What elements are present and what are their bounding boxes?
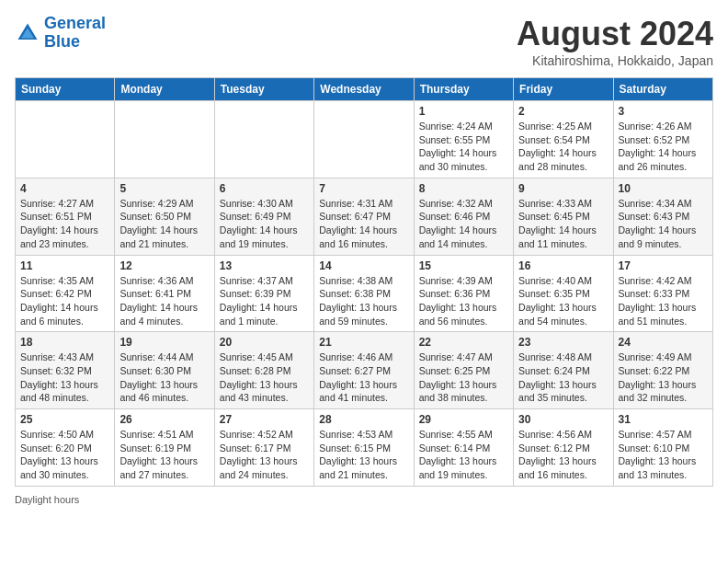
day-info: Sunrise: 4:33 AM Sunset: 6:45 PM Dayligh… [518,197,608,251]
day-info: Sunrise: 4:29 AM Sunset: 6:50 PM Dayligh… [119,197,209,251]
day-info: Sunrise: 4:57 AM Sunset: 6:10 PM Dayligh… [619,428,708,482]
footer-text: Daylight hours [15,494,79,505]
day-cell-33: 30Sunrise: 4:56 AM Sunset: 6:12 PM Dayli… [514,409,613,487]
day-info: Sunrise: 4:55 AM Sunset: 6:14 PM Dayligh… [419,428,508,482]
day-info: Sunrise: 4:52 AM Sunset: 6:17 PM Dayligh… [220,428,309,482]
day-info: Sunrise: 4:42 AM Sunset: 6:33 PM Dayligh… [619,274,708,328]
day-cell-15: 12Sunrise: 4:36 AM Sunset: 6:41 PM Dayli… [115,255,214,332]
day-cell-14: 11Sunrise: 4:35 AM Sunset: 6:42 PM Dayli… [16,255,115,332]
col-header-saturday: Saturday [613,78,712,101]
logo-line1: General [44,14,106,32]
logo: General Blue [15,15,106,52]
footer: Daylight hours [15,494,713,505]
day-number: 1 [419,105,508,118]
day-info: Sunrise: 4:44 AM Sunset: 6:30 PM Dayligh… [119,350,209,405]
day-info: Sunrise: 4:43 AM Sunset: 6:32 PM Dayligh… [20,350,109,405]
day-number: 18 [20,336,109,349]
day-cell-17: 14Sunrise: 4:38 AM Sunset: 6:38 PM Dayli… [314,255,414,332]
day-info: Sunrise: 4:47 AM Sunset: 6:25 PM Dayligh… [419,350,508,405]
month-title: August 2024 [517,15,713,53]
logo-line2: Blue [44,32,80,51]
day-cell-6: 3Sunrise: 4:26 AM Sunset: 6:52 PM Daylig… [613,101,712,178]
day-cell-10: 7Sunrise: 4:31 AM Sunset: 6:47 PM Daylig… [314,178,414,255]
day-number: 27 [220,413,309,426]
day-info: Sunrise: 4:46 AM Sunset: 6:27 PM Dayligh… [319,350,408,405]
day-cell-28: 25Sunrise: 4:50 AM Sunset: 6:20 PM Dayli… [16,409,115,487]
col-header-tuesday: Tuesday [214,78,313,101]
day-cell-9: 6Sunrise: 4:30 AM Sunset: 6:49 PM Daylig… [214,178,313,255]
day-info: Sunrise: 4:50 AM Sunset: 6:20 PM Dayligh… [20,428,109,482]
day-cell-32: 29Sunrise: 4:55 AM Sunset: 6:14 PM Dayli… [414,409,513,487]
day-number: 28 [319,413,408,426]
day-number: 12 [119,259,209,272]
week-row-3: 11Sunrise: 4:35 AM Sunset: 6:42 PM Dayli… [16,255,713,332]
day-cell-2 [214,101,313,178]
day-cell-12: 9Sunrise: 4:33 AM Sunset: 6:45 PM Daylig… [514,178,613,255]
logo-text: General Blue [44,15,106,52]
day-info: Sunrise: 4:40 AM Sunset: 6:35 PM Dayligh… [518,274,608,328]
day-cell-11: 8Sunrise: 4:32 AM Sunset: 6:46 PM Daylig… [414,178,513,255]
calendar-table: SundayMondayTuesdayWednesdayThursdayFrid… [15,77,713,487]
logo-icon [15,20,40,46]
day-number: 21 [319,336,408,349]
week-row-4: 18Sunrise: 4:43 AM Sunset: 6:32 PM Dayli… [16,332,713,409]
day-info: Sunrise: 4:36 AM Sunset: 6:41 PM Dayligh… [119,274,209,328]
day-number: 7 [319,182,408,195]
day-number: 9 [518,182,608,195]
day-cell-29: 26Sunrise: 4:51 AM Sunset: 6:19 PM Dayli… [115,409,214,487]
page-header: General Blue August 2024 Kitahiroshima, … [15,15,713,68]
day-number: 17 [619,259,708,272]
day-info: Sunrise: 4:34 AM Sunset: 6:43 PM Dayligh… [619,197,708,251]
day-cell-30: 27Sunrise: 4:52 AM Sunset: 6:17 PM Dayli… [214,409,313,487]
day-number: 2 [518,105,608,118]
day-cell-1 [115,101,214,178]
day-number: 30 [518,413,608,426]
col-header-wednesday: Wednesday [314,78,414,101]
day-cell-13: 10Sunrise: 4:34 AM Sunset: 6:43 PM Dayli… [613,178,712,255]
day-number: 29 [419,413,508,426]
col-header-monday: Monday [115,78,214,101]
day-number: 11 [20,259,109,272]
day-number: 15 [419,259,508,272]
day-cell-5: 2Sunrise: 4:25 AM Sunset: 6:54 PM Daylig… [514,101,613,178]
day-number: 5 [119,182,209,195]
day-cell-0 [16,101,115,178]
calendar-body: 1Sunrise: 4:24 AM Sunset: 6:55 PM Daylig… [16,101,713,487]
day-number: 4 [20,182,109,195]
day-info: Sunrise: 4:45 AM Sunset: 6:28 PM Dayligh… [220,350,309,405]
day-cell-19: 16Sunrise: 4:40 AM Sunset: 6:35 PM Dayli… [514,255,613,332]
day-info: Sunrise: 4:24 AM Sunset: 6:55 PM Dayligh… [419,120,508,174]
day-info: Sunrise: 4:37 AM Sunset: 6:39 PM Dayligh… [220,274,309,328]
location-subtitle: Kitahiroshima, Hokkaido, Japan [517,53,713,68]
day-cell-22: 19Sunrise: 4:44 AM Sunset: 6:30 PM Dayli… [115,332,214,409]
day-info: Sunrise: 4:48 AM Sunset: 6:24 PM Dayligh… [518,350,608,405]
day-info: Sunrise: 4:38 AM Sunset: 6:38 PM Dayligh… [319,274,408,328]
day-info: Sunrise: 4:39 AM Sunset: 6:36 PM Dayligh… [419,274,508,328]
day-number: 14 [319,259,408,272]
day-cell-25: 22Sunrise: 4:47 AM Sunset: 6:25 PM Dayli… [414,332,513,409]
day-cell-18: 15Sunrise: 4:39 AM Sunset: 6:36 PM Dayli… [414,255,513,332]
day-cell-20: 17Sunrise: 4:42 AM Sunset: 6:33 PM Dayli… [613,255,712,332]
day-cell-27: 24Sunrise: 4:49 AM Sunset: 6:22 PM Dayli… [613,332,712,409]
week-row-1: 1Sunrise: 4:24 AM Sunset: 6:55 PM Daylig… [16,101,713,178]
day-cell-8: 5Sunrise: 4:29 AM Sunset: 6:50 PM Daylig… [115,178,214,255]
day-number: 31 [619,413,708,426]
day-info: Sunrise: 4:35 AM Sunset: 6:42 PM Dayligh… [20,274,109,328]
day-info: Sunrise: 4:53 AM Sunset: 6:15 PM Dayligh… [319,428,408,482]
day-cell-3 [314,101,414,178]
day-cell-26: 23Sunrise: 4:48 AM Sunset: 6:24 PM Dayli… [514,332,613,409]
day-info: Sunrise: 4:27 AM Sunset: 6:51 PM Dayligh… [20,197,109,251]
day-number: 20 [220,336,309,349]
day-number: 26 [119,413,209,426]
day-number: 10 [619,182,708,195]
day-number: 23 [518,336,608,349]
day-number: 25 [20,413,109,426]
day-info: Sunrise: 4:25 AM Sunset: 6:54 PM Dayligh… [518,120,608,174]
day-cell-7: 4Sunrise: 4:27 AM Sunset: 6:51 PM Daylig… [16,178,115,255]
day-cell-4: 1Sunrise: 4:24 AM Sunset: 6:55 PM Daylig… [414,101,513,178]
day-cell-23: 20Sunrise: 4:45 AM Sunset: 6:28 PM Dayli… [214,332,313,409]
day-info: Sunrise: 4:30 AM Sunset: 6:49 PM Dayligh… [220,197,309,251]
day-number: 19 [119,336,209,349]
day-info: Sunrise: 4:31 AM Sunset: 6:47 PM Dayligh… [319,197,408,251]
day-number: 22 [419,336,508,349]
